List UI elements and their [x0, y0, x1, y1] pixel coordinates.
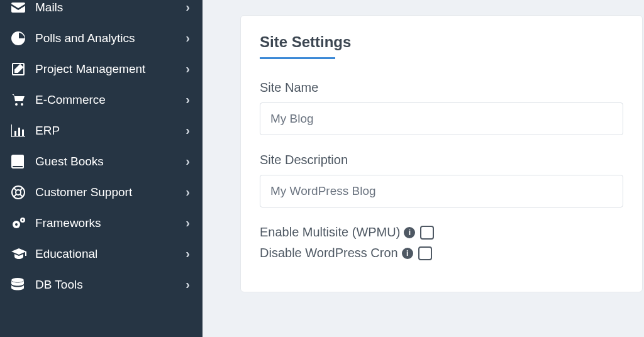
sidebar-item-label: Frameworks — [35, 216, 186, 230]
chevron-right-icon: › — [186, 62, 190, 76]
panel-title-underline — [260, 57, 335, 59]
info-icon[interactable]: i — [402, 248, 413, 259]
graduation-cap-icon — [11, 248, 29, 260]
chevron-right-icon: › — [186, 246, 190, 261]
cart-icon — [11, 94, 29, 106]
sidebar-item-label: Polls and Analytics — [35, 31, 186, 45]
sidebar-item-label: ERP — [35, 124, 186, 138]
chevron-right-icon: › — [186, 31, 190, 45]
sidebar-item-erp[interactable]: ERP › — [0, 115, 203, 146]
chevron-right-icon: › — [186, 123, 190, 138]
svg-point-1 — [15, 103, 18, 106]
life-ring-icon — [11, 185, 29, 199]
sidebar-item-label: Customer Support — [35, 185, 186, 199]
site-name-input[interactable] — [260, 102, 623, 135]
site-description-input[interactable] — [260, 175, 623, 207]
enable-multisite-label: Enable Multisite (WPMU) — [260, 225, 400, 240]
sidebar-item-ecommerce[interactable]: E-Commerce › — [0, 84, 203, 115]
panel-title: Site Settings — [260, 33, 623, 51]
info-icon[interactable]: i — [404, 227, 415, 238]
chevron-right-icon: › — [186, 154, 190, 168]
sidebar-item-label: Educational — [35, 247, 186, 261]
main-content: Site Settings Site Name Site Description… — [203, 0, 644, 337]
svg-point-8 — [22, 219, 24, 221]
sidebar-item-label: Guest Books — [35, 155, 186, 168]
sidebar-item-db-tools[interactable]: DB Tools › — [0, 269, 203, 300]
enable-multisite-row: Enable Multisite (WPMU) i — [260, 225, 623, 240]
sidebar-item-mails[interactable]: Mails › — [0, 0, 203, 23]
chevron-right-icon: › — [186, 216, 190, 230]
sidebar-item-frameworks[interactable]: Frameworks › — [0, 207, 203, 238]
disable-cron-row: Disable WordPress Cron i — [260, 246, 623, 260]
database-icon — [11, 278, 29, 292]
site-description-label: Site Description — [260, 153, 623, 167]
book-icon — [11, 155, 29, 168]
svg-point-6 — [15, 223, 18, 226]
sidebar-item-label: E-Commerce — [35, 93, 186, 107]
site-name-label: Site Name — [260, 80, 623, 95]
bar-chart-icon — [11, 124, 29, 137]
chevron-right-icon: › — [186, 277, 190, 292]
sidebar-item-label: Project Management — [35, 62, 186, 76]
pie-chart-icon — [11, 31, 29, 45]
chevron-right-icon: › — [186, 0, 190, 14]
envelope-icon — [11, 3, 29, 13]
disable-cron-label: Disable WordPress Cron — [260, 246, 398, 260]
sidebar-item-customer-support[interactable]: Customer Support › — [0, 177, 203, 207]
svg-point-4 — [16, 190, 21, 195]
site-settings-panel: Site Settings Site Name Site Description… — [240, 15, 643, 292]
sidebar-item-polls-analytics[interactable]: Polls and Analytics › — [0, 23, 203, 53]
sidebar-item-educational[interactable]: Educational › — [0, 238, 203, 269]
chevron-right-icon: › — [186, 185, 190, 199]
sidebar-item-guest-books[interactable]: Guest Books › — [0, 146, 203, 177]
edit-square-icon — [11, 62, 29, 76]
disable-cron-checkbox[interactable] — [418, 246, 432, 260]
sidebar-item-label: DB Tools — [35, 278, 186, 292]
svg-point-2 — [21, 103, 23, 106]
sidebar: Mails › Polls and Analytics › Project Ma… — [0, 0, 203, 337]
enable-multisite-checkbox[interactable] — [420, 226, 434, 240]
chevron-right-icon: › — [186, 92, 190, 107]
svg-point-9 — [11, 278, 24, 282]
sidebar-item-label: Mails — [35, 1, 186, 14]
gears-icon — [11, 216, 29, 230]
sidebar-item-project-management[interactable]: Project Management › — [0, 53, 203, 84]
